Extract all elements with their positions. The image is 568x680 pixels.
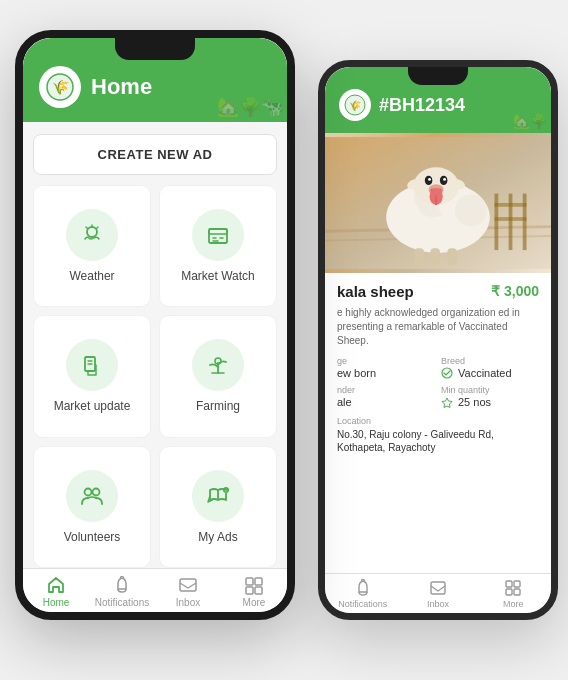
location-label: Location [337,416,539,426]
product-header: kala sheep ₹ 3,000 [337,283,539,300]
svg-text:🌾: 🌾 [52,79,70,96]
svg-rect-20 [246,587,253,594]
market-update-icon-circle [66,339,118,391]
detail-age: ge ew born [337,356,435,379]
my-ads-label: My Ads [198,530,237,544]
menu-item-market-update[interactable]: Market update [33,315,151,437]
phones-container: 🌾 Home 🏡🌳🐄 CREATE NEW AD [0,0,568,680]
menu-item-market-watch[interactable]: Market Watch [159,185,277,307]
market-update-label: Market update [54,399,131,413]
phone-secondary: 🌾 #BH12134 🏡🌳 [318,60,558,620]
gender-value: ale [337,396,435,408]
nav-home[interactable]: Home [23,575,89,608]
age-value: ew born [337,367,435,379]
svg-rect-57 [514,581,520,587]
header-title: Home [91,74,152,100]
create-ad-button[interactable]: CREATE NEW AD [33,134,277,175]
menu-item-volunteers[interactable]: Volunteers [33,446,151,568]
svg-rect-51 [495,203,527,207]
market-watch-label: Market Watch [181,269,255,283]
secondary-header-title: #BH12134 [379,95,465,116]
svg-point-2 [87,227,97,237]
svg-rect-47 [447,248,456,265]
svg-rect-59 [514,589,520,595]
breed-value-text: Vaccinated [458,367,512,379]
nav-inbox-secondary-label: Inbox [427,599,449,609]
nav-more-secondary-label: More [503,599,524,609]
svg-point-32 [390,199,420,229]
nav-notifications-secondary-label: Notifications [338,599,387,609]
farming-icon-circle [192,339,244,391]
farming-label: Farming [196,399,240,413]
detail-gender: nder ale [337,385,435,408]
logo: 🌾 [39,66,81,108]
breed-value: Vaccinated [441,367,539,379]
menu-item-weather[interactable]: Weather [33,185,151,307]
min-qty-label: Min quantity [441,385,539,395]
location-value: No.30, Raju colony - Galiveedu Rd, Kotha… [337,428,539,454]
nav-notifications-label: Notifications [95,597,149,608]
svg-rect-45 [414,248,423,265]
svg-point-13 [93,488,100,495]
market-watch-icon-circle [192,209,244,261]
phone-main: 🌾 Home 🏡🌳🐄 CREATE NEW AD [15,30,295,620]
nav-more[interactable]: More [221,575,287,608]
weather-label: Weather [69,269,114,283]
nav-inbox-label: Inbox [176,597,200,608]
animal-image [325,133,551,273]
svg-point-37 [443,178,446,181]
min-qty-value: 25 nos [441,396,539,408]
svg-rect-58 [506,589,512,595]
svg-point-31 [455,195,487,227]
notch [115,38,195,60]
nav-notifications-secondary[interactable]: Notifications [325,579,400,609]
svg-rect-19 [255,578,262,585]
product-card: kala sheep ₹ 3,000 e highly acknowledged… [325,273,551,573]
secondary-logo: 🌾 [339,89,371,121]
nav-more-secondary[interactable]: More [476,579,551,609]
volunteers-label: Volunteers [64,530,121,544]
svg-rect-49 [509,194,513,251]
svg-point-36 [428,178,431,181]
svg-rect-21 [255,587,262,594]
weather-icon-circle [66,209,118,261]
product-name: kala sheep [337,283,414,300]
svg-rect-4 [209,229,227,234]
grid-menu: Weather Marke [33,185,277,568]
svg-rect-56 [506,581,512,587]
nav-home-label: Home [43,597,70,608]
content-area: CREATE NEW AD W [23,122,287,568]
notch-secondary [408,67,468,85]
nav-inbox[interactable]: Inbox [155,575,221,608]
svg-rect-52 [495,217,527,221]
bottom-nav-main: Home Notifications Inbox [23,568,287,612]
my-ads-icon-circle: ! [192,470,244,522]
svg-rect-46 [430,248,439,265]
detail-min-qty: Min quantity 25 nos [441,385,539,408]
menu-item-my-ads[interactable]: ! My Ads [159,446,277,568]
header-decoration: 🏡🌳🐄 [217,96,283,118]
svg-text:🌾: 🌾 [349,99,362,112]
location-section: Location No.30, Raju colony - Galiveedu … [337,416,539,454]
nav-notifications[interactable]: Notifications [89,575,155,608]
gender-label: nder [337,385,435,395]
nav-inbox-secondary[interactable]: Inbox [400,579,475,609]
product-price: ₹ 3,000 [491,283,539,299]
secondary-header-decoration: 🏡🌳 [513,113,547,129]
bottom-nav-secondary: Notifications Inbox Mo [325,573,551,613]
age-label: ge [337,356,435,366]
product-description: e highly acknowledged organization ed in… [337,306,539,348]
breed-label: Breed [441,356,539,366]
svg-rect-48 [495,194,499,251]
detail-breed: Breed Vaccinated [441,356,539,379]
nav-more-label: More [243,597,266,608]
svg-rect-50 [523,194,527,251]
min-qty-value-text: 25 nos [458,396,491,408]
menu-item-farming[interactable]: Farming [159,315,277,437]
svg-text:!: ! [225,489,226,494]
volunteers-icon-circle [66,470,118,522]
svg-point-12 [85,488,92,495]
svg-rect-18 [246,578,253,585]
product-details: ge ew born Breed Vaccinated [337,356,539,408]
